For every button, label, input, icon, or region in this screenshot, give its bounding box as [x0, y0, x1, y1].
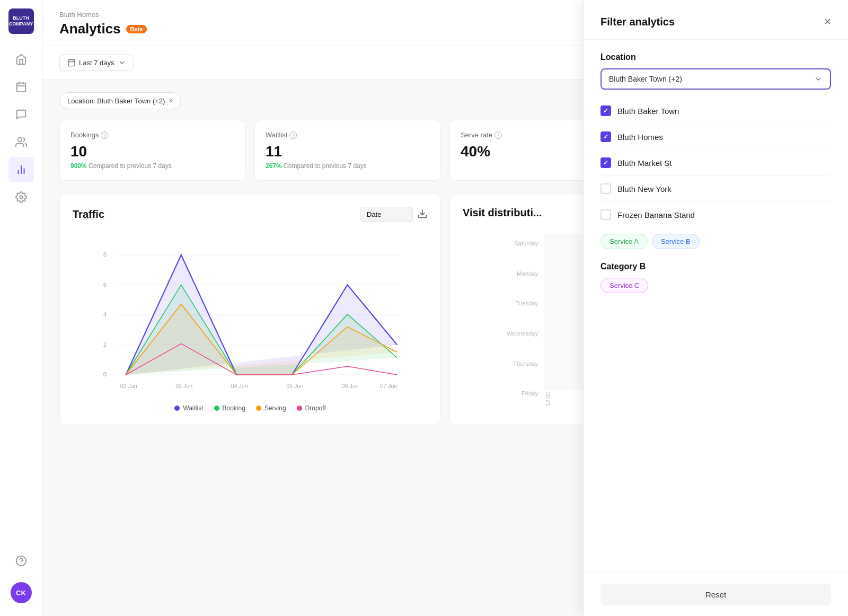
filter-panel-footer: Reset: [584, 573, 848, 616]
stat-label-waitlist: Waitlist ?: [266, 131, 430, 139]
service-tags-b: Service C: [600, 278, 831, 293]
checkbox-bluth-market-st[interactable]: [600, 157, 611, 168]
legend-booking: Booking: [214, 404, 245, 412]
traffic-chart-card: Traffic Date Service Location: [59, 193, 441, 425]
filter-chip-label: Location: Bluth Baker Town (+2): [67, 97, 165, 105]
chat-icon: [15, 109, 27, 120]
stat-card-waitlist: Waitlist ? 11 267% Compared to previous …: [254, 120, 441, 181]
svg-text:0: 0: [103, 371, 107, 377]
download-icon: [417, 208, 428, 219]
date-filter-button[interactable]: Last 7 days: [59, 55, 134, 71]
filter-chip[interactable]: Location: Bluth Baker Town (+2) ×: [59, 92, 181, 109]
filter-panel-title: Filter analytics: [600, 16, 675, 28]
users-icon: [15, 136, 27, 148]
download-button[interactable]: [417, 208, 428, 221]
sidebar-item-home[interactable]: [8, 47, 34, 72]
sidebar-item-analytics[interactable]: [8, 157, 34, 182]
service-tag-b[interactable]: Service B: [652, 234, 700, 249]
sidebar-item-settings[interactable]: [8, 184, 34, 210]
visit-chart-title: Visit distributi...: [463, 207, 542, 219]
legend-dot-dropoff: [297, 406, 302, 411]
svg-text:05 Jun: 05 Jun: [286, 383, 303, 389]
sidebar-nav: [0, 47, 42, 540]
stat-label-bookings: Bookings ?: [70, 131, 235, 139]
checkbox-bluth-new-york[interactable]: [600, 183, 611, 194]
location-label-bluth-homes: Bluth Homes: [617, 133, 663, 142]
filter-panel-header: Filter analytics ×: [584, 0, 848, 40]
sidebar-item-help[interactable]: [8, 548, 34, 574]
checkbox-bluth-homes[interactable]: [600, 131, 611, 142]
svg-text:Wednesday: Wednesday: [507, 330, 538, 337]
calendar-small-icon: [67, 58, 76, 67]
serve-rate-info-icon[interactable]: ?: [494, 131, 502, 139]
date-filter-label: Last 7 days: [79, 59, 114, 67]
svg-rect-11: [68, 60, 75, 66]
sidebar: BLUTH COMPANY: [0, 0, 42, 616]
sidebar-item-users[interactable]: [8, 129, 34, 155]
legend-dropoff: Dropoff: [297, 404, 326, 412]
avatar[interactable]: CK: [11, 582, 32, 603]
checkbox-frozen-banana-stand[interactable]: [600, 209, 611, 220]
checkbox-bluth-baker-town[interactable]: [600, 105, 611, 116]
filter-panel-close-button[interactable]: ×: [824, 15, 831, 29]
bookings-info-icon[interactable]: ?: [101, 131, 108, 139]
svg-text:06 Jun: 06 Jun: [342, 383, 359, 389]
legend-dot-booking: [214, 406, 219, 411]
traffic-chart-header: Traffic Date Service Location: [73, 207, 428, 222]
legend-dot-serving: [256, 406, 261, 411]
traffic-chart-legend: Waitlist Booking Serving Dropoff: [73, 404, 428, 412]
waitlist-info-icon[interactable]: ?: [289, 131, 297, 139]
traffic-chart-svg: 0 2 4 6 8 02 Jun 03 Jun: [73, 231, 428, 400]
legend-waitlist: Waitlist: [174, 404, 203, 412]
reset-button[interactable]: Reset: [600, 584, 831, 605]
location-option-frozen-banana-stand[interactable]: Frozen Banana Stand: [600, 202, 831, 227]
settings-icon: [15, 191, 27, 203]
legend-dot-waitlist: [174, 406, 180, 411]
sidebar-item-calendar[interactable]: [8, 74, 34, 100]
location-dropdown-value: Bluth Baker Town (+2): [609, 75, 682, 83]
svg-text:03 Jun: 03 Jun: [175, 383, 192, 389]
svg-text:4: 4: [103, 311, 107, 318]
filter-location-section: Location Bluth Baker Town (+2) Bluth Bak…: [600, 52, 831, 249]
location-checkbox-list: Bluth Baker Town Bluth Homes Bluth Marke…: [600, 98, 831, 227]
stat-change-waitlist: 267% Compared to previous 7 days: [266, 162, 430, 170]
location-label-frozen-banana-stand: Frozen Banana Stand: [617, 210, 695, 219]
location-option-bluth-homes[interactable]: Bluth Homes: [600, 124, 831, 150]
help-icon: [15, 555, 27, 567]
traffic-chart-select[interactable]: Date Service Location: [360, 207, 413, 222]
analytics-icon: [15, 164, 27, 175]
logo-text: BLUTH COMPANY: [8, 15, 34, 27]
location-label-bluth-market-st: Bluth Market St: [617, 159, 672, 168]
stat-card-bookings: Bookings ? 10 900% Compared to previous …: [59, 120, 246, 181]
filter-location-label: Location: [600, 52, 831, 62]
location-dropdown[interactable]: Bluth Baker Town (+2): [600, 68, 831, 90]
waitlist-change-pct: 267%: [266, 162, 282, 170]
svg-text:2: 2: [103, 341, 107, 348]
legend-label-dropoff: Dropoff: [305, 404, 326, 412]
location-option-bluth-new-york[interactable]: Bluth New York: [600, 176, 831, 202]
svg-text:Friday: Friday: [522, 390, 538, 397]
location-option-bluth-baker-town[interactable]: Bluth Baker Town: [600, 98, 831, 124]
svg-text:Saturday: Saturday: [514, 240, 538, 247]
filter-chip-close[interactable]: ×: [168, 96, 173, 105]
svg-point-4: [17, 138, 21, 142]
bookings-change-label: Compared to previous 7 days: [89, 162, 172, 170]
calendar-icon: [15, 81, 27, 93]
sidebar-item-chat[interactable]: [8, 102, 34, 127]
app-logo[interactable]: BLUTH COMPANY: [8, 8, 34, 34]
legend-label-waitlist: Waitlist: [183, 404, 203, 412]
service-tag-c[interactable]: Service C: [600, 278, 648, 293]
location-option-bluth-market-st[interactable]: Bluth Market St: [600, 150, 831, 176]
bookings-change-pct: 900%: [70, 162, 87, 170]
sidebar-bottom: CK: [4, 544, 38, 608]
service-tags-a: Service A Service B: [600, 234, 831, 249]
waitlist-change-label: Compared to previous 7 days: [284, 162, 367, 170]
svg-text:8: 8: [103, 251, 107, 258]
service-tag-a[interactable]: Service A: [600, 234, 648, 249]
legend-label-serving: Serving: [264, 404, 286, 412]
beta-badge: Beta: [126, 25, 147, 33]
svg-text:Monday: Monday: [517, 270, 538, 277]
filter-panel-body: Location Bluth Baker Town (+2) Bluth Bak…: [584, 40, 848, 573]
home-icon: [15, 54, 27, 65]
svg-text:6: 6: [103, 281, 107, 288]
